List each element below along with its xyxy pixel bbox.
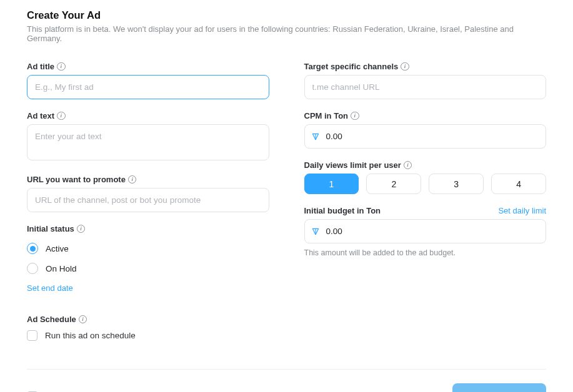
page-title: Create Your Ad <box>27 9 546 21</box>
info-icon[interactable]: i <box>351 112 359 120</box>
daily-limit-field: Daily views limit per user i 1 2 3 4 <box>304 160 547 194</box>
label-text: URL you want to promote <box>27 175 126 184</box>
cpm-label: CPM in Ton i <box>304 111 547 120</box>
url-field: URL you want to promote i <box>27 175 269 212</box>
target-channels-label: Target specific channels i <box>304 62 547 71</box>
ad-text-field: Ad text i <box>27 111 269 163</box>
label-text: Initial status <box>27 224 74 233</box>
ad-title-input[interactable] <box>27 75 269 99</box>
url-label: URL you want to promote i <box>27 175 269 184</box>
status-radio-group: Active On Hold <box>27 238 269 278</box>
ad-title-label: Ad title i <box>27 62 269 71</box>
info-icon[interactable]: i <box>401 62 409 71</box>
daily-limit-label: Daily views limit per user i <box>304 160 547 170</box>
label-text: Ad Schedule <box>27 315 76 324</box>
ad-text-label: Ad text i <box>27 111 269 120</box>
schedule-checkbox-row[interactable]: Run this ad on schedule <box>27 328 269 343</box>
checkbox-icon <box>27 330 37 341</box>
target-channels-field: Target specific channels i <box>304 62 547 99</box>
radio-indicator <box>27 263 38 274</box>
ton-icon <box>311 132 320 141</box>
label-text: Initial budget in Ton <box>304 206 381 215</box>
label-text: CPM in Ton <box>304 111 349 120</box>
limit-option-3[interactable]: 3 <box>429 174 484 194</box>
set-daily-limit-link[interactable]: Set daily limit <box>498 206 546 215</box>
divider <box>27 369 546 370</box>
info-icon[interactable]: i <box>57 112 66 120</box>
ad-text-input[interactable] <box>27 124 269 160</box>
ad-title-field: Ad title i <box>27 62 269 99</box>
status-label: Initial status i <box>27 224 269 233</box>
limit-option-1[interactable]: 1 <box>304 174 359 194</box>
cpm-field: CPM in Ton i <box>304 111 547 149</box>
label-text: Ad text <box>27 111 54 120</box>
form-grid: Ad title i Ad text i URL you want to pro… <box>27 62 546 355</box>
budget-input[interactable] <box>304 219 547 243</box>
budget-helper-text: This amount will be added to the ad budg… <box>304 248 547 257</box>
budget-label: Initial budget in Ton <box>304 206 381 215</box>
info-icon[interactable]: i <box>57 62 66 71</box>
radio-label: On Hold <box>46 264 77 273</box>
info-icon[interactable]: i <box>404 161 412 170</box>
label-text: Daily views limit per user <box>304 160 401 170</box>
schedule-checkbox-label: Run this ad on schedule <box>45 331 136 340</box>
ton-icon <box>311 227 320 236</box>
cpm-input[interactable] <box>304 124 547 149</box>
radio-option-onhold[interactable]: On Hold <box>27 258 269 278</box>
left-column: Ad title i Ad text i URL you want to pro… <box>27 62 269 355</box>
info-icon[interactable]: i <box>77 225 86 233</box>
radio-label: Active <box>46 244 69 253</box>
set-end-date-link[interactable]: Set end date <box>27 283 73 293</box>
footer-actions: Clear Draft Create Ad <box>391 383 546 392</box>
daily-limit-segmented: 1 2 3 4 <box>304 174 547 194</box>
status-field: Initial status i Active On Hold Set end … <box>27 224 269 303</box>
budget-field: Initial budget in Ton Set daily limit Th… <box>304 206 547 257</box>
radio-indicator <box>27 243 38 254</box>
limit-option-4[interactable]: 4 <box>491 174 546 194</box>
schedule-field: Ad Schedule i Run this ad on schedule <box>27 315 269 343</box>
label-text: Target specific channels <box>304 62 399 71</box>
right-column: Target specific channels i CPM in Ton i … <box>304 62 547 355</box>
url-input[interactable] <box>27 188 269 212</box>
info-icon[interactable]: i <box>128 175 137 184</box>
label-text: Ad title <box>27 62 54 71</box>
radio-option-active[interactable]: Active <box>27 238 269 258</box>
create-ad-button[interactable]: Create Ad <box>452 383 546 392</box>
info-icon[interactable]: i <box>79 315 87 324</box>
footer-row: I have read and agree with the Telegram … <box>27 383 546 392</box>
target-channels-input[interactable] <box>304 75 547 99</box>
schedule-label: Ad Schedule i <box>27 315 269 324</box>
page-subtitle: This platform is in beta. We won't displ… <box>27 24 546 43</box>
limit-option-2[interactable]: 2 <box>366 174 421 194</box>
